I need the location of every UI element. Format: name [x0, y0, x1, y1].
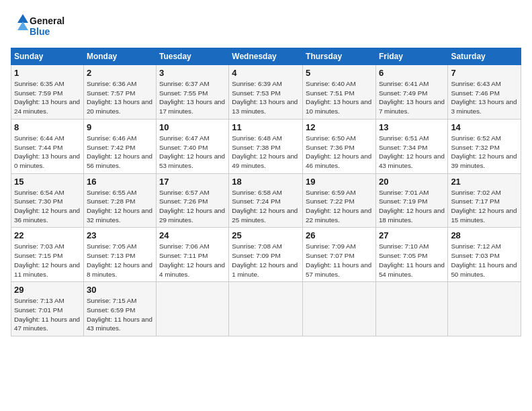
day-info: Sunrise: 7:02 AMSunset: 7:17 PMDaylight:… — [451, 188, 518, 225]
calendar-cell: 21 Sunrise: 7:02 AMSunset: 7:17 PMDaylig… — [448, 173, 521, 228]
day-info: Sunrise: 6:58 AMSunset: 7:24 PMDaylight:… — [232, 188, 300, 225]
header-monday: Monday — [83, 48, 156, 65]
calendar-cell — [156, 282, 228, 336]
calendar-cell: 7 Sunrise: 6:43 AMSunset: 7:46 PMDayligh… — [448, 65, 521, 120]
day-number: 30 — [87, 285, 153, 295]
day-info: Sunrise: 6:46 AMSunset: 7:42 PMDaylight:… — [87, 134, 153, 171]
day-info: Sunrise: 6:35 AMSunset: 7:59 PMDaylight:… — [14, 79, 81, 116]
day-number: 24 — [159, 230, 226, 240]
day-number: 7 — [451, 68, 518, 78]
svg-text:General: General — [30, 15, 64, 26]
calendar-cell: 26 Sunrise: 7:09 AMSunset: 7:07 PMDaylig… — [303, 228, 376, 282]
calendar-cell: 29 Sunrise: 7:13 AMSunset: 7:01 PMDaylig… — [11, 282, 84, 336]
day-info: Sunrise: 7:01 AMSunset: 7:19 PMDaylight:… — [379, 188, 445, 225]
calendar-week-row: 15 Sunrise: 6:54 AMSunset: 7:30 PMDaylig… — [11, 173, 521, 228]
day-number: 8 — [14, 122, 81, 132]
day-info: Sunrise: 6:36 AMSunset: 7:57 PMDaylight:… — [87, 79, 153, 116]
header-wednesday: Wednesday — [229, 48, 303, 65]
calendar-cell: 25 Sunrise: 7:08 AMSunset: 7:09 PMDaylig… — [229, 228, 303, 282]
calendar-week-row: 22 Sunrise: 7:03 AMSunset: 7:15 PMDaylig… — [11, 228, 521, 282]
calendar-cell: 24 Sunrise: 7:06 AMSunset: 7:11 PMDaylig… — [156, 228, 228, 282]
day-number: 19 — [306, 177, 373, 187]
day-info: Sunrise: 7:06 AMSunset: 7:11 PMDaylight:… — [159, 242, 226, 279]
day-info: Sunrise: 6:41 AMSunset: 7:49 PMDaylight:… — [379, 79, 445, 116]
day-number: 15 — [14, 177, 81, 187]
calendar-cell: 19 Sunrise: 6:59 AMSunset: 7:22 PMDaylig… — [303, 173, 376, 228]
day-number: 21 — [451, 177, 518, 187]
page-header: General Blue — [11, 11, 521, 41]
header-saturday: Saturday — [448, 48, 521, 65]
day-number: 23 — [87, 230, 153, 240]
calendar-cell: 17 Sunrise: 6:57 AMSunset: 7:26 PMDaylig… — [156, 173, 228, 228]
day-number: 3 — [159, 68, 226, 78]
calendar-cell — [375, 282, 447, 336]
calendar-cell: 14 Sunrise: 6:52 AMSunset: 7:32 PMDaylig… — [448, 119, 521, 173]
calendar-cell: 8 Sunrise: 6:44 AMSunset: 7:44 PMDayligh… — [11, 119, 84, 173]
day-number: 22 — [14, 230, 81, 240]
day-number: 14 — [451, 122, 518, 132]
day-number: 29 — [14, 285, 81, 295]
calendar-cell: 5 Sunrise: 6:40 AMSunset: 7:51 PMDayligh… — [303, 65, 376, 120]
day-number: 4 — [232, 68, 300, 78]
calendar-cell: 20 Sunrise: 7:01 AMSunset: 7:19 PMDaylig… — [375, 173, 447, 228]
day-info: Sunrise: 6:55 AMSunset: 7:28 PMDaylight:… — [87, 188, 153, 225]
day-number: 11 — [232, 122, 300, 132]
calendar-cell: 15 Sunrise: 6:54 AMSunset: 7:30 PMDaylig… — [11, 173, 84, 228]
day-info: Sunrise: 6:57 AMSunset: 7:26 PMDaylight:… — [159, 188, 226, 225]
day-info: Sunrise: 7:12 AMSunset: 7:03 PMDaylight:… — [451, 242, 518, 279]
calendar-cell: 1 Sunrise: 6:35 AMSunset: 7:59 PMDayligh… — [11, 65, 84, 120]
day-number: 28 — [451, 230, 518, 240]
calendar-cell: 12 Sunrise: 6:50 AMSunset: 7:36 PMDaylig… — [303, 119, 376, 173]
calendar-header-row: SundayMondayTuesdayWednesdayThursdayFrid… — [11, 48, 521, 65]
calendar-week-row: 1 Sunrise: 6:35 AMSunset: 7:59 PMDayligh… — [11, 65, 521, 120]
calendar-cell — [448, 282, 521, 336]
day-info: Sunrise: 7:05 AMSunset: 7:13 PMDaylight:… — [87, 242, 153, 279]
logo: General Blue — [11, 11, 78, 41]
calendar-cell: 3 Sunrise: 6:37 AMSunset: 7:55 PMDayligh… — [156, 65, 228, 120]
day-number: 25 — [232, 230, 300, 240]
calendar-table: SundayMondayTuesdayWednesdayThursdayFrid… — [11, 48, 521, 336]
day-info: Sunrise: 6:47 AMSunset: 7:40 PMDaylight:… — [159, 134, 226, 171]
header-thursday: Thursday — [303, 48, 376, 65]
calendar-cell: 11 Sunrise: 6:48 AMSunset: 7:38 PMDaylig… — [229, 119, 303, 173]
day-number: 26 — [306, 230, 373, 240]
calendar-cell: 16 Sunrise: 6:55 AMSunset: 7:28 PMDaylig… — [83, 173, 156, 228]
calendar-cell: 9 Sunrise: 6:46 AMSunset: 7:42 PMDayligh… — [83, 119, 156, 173]
calendar-cell: 6 Sunrise: 6:41 AMSunset: 7:49 PMDayligh… — [375, 65, 447, 120]
day-info: Sunrise: 6:37 AMSunset: 7:55 PMDaylight:… — [159, 79, 226, 116]
day-number: 2 — [87, 68, 153, 78]
day-info: Sunrise: 7:10 AMSunset: 7:05 PMDaylight:… — [379, 242, 445, 279]
day-info: Sunrise: 6:51 AMSunset: 7:34 PMDaylight:… — [379, 134, 445, 171]
calendar-week-row: 29 Sunrise: 7:13 AMSunset: 7:01 PMDaylig… — [11, 282, 521, 336]
calendar-cell: 4 Sunrise: 6:39 AMSunset: 7:53 PMDayligh… — [229, 65, 303, 120]
calendar-cell: 13 Sunrise: 6:51 AMSunset: 7:34 PMDaylig… — [375, 119, 447, 173]
calendar-cell — [303, 282, 376, 336]
calendar-cell: 10 Sunrise: 6:47 AMSunset: 7:40 PMDaylig… — [156, 119, 228, 173]
day-number: 5 — [306, 68, 373, 78]
day-number: 12 — [306, 122, 373, 132]
logo-svg: General Blue — [11, 11, 78, 41]
header-sunday: Sunday — [11, 48, 84, 65]
calendar-cell: 23 Sunrise: 7:05 AMSunset: 7:13 PMDaylig… — [83, 228, 156, 282]
day-number: 27 — [379, 230, 445, 240]
calendar-cell: 28 Sunrise: 7:12 AMSunset: 7:03 PMDaylig… — [448, 228, 521, 282]
day-info: Sunrise: 6:40 AMSunset: 7:51 PMDaylight:… — [306, 79, 373, 116]
day-info: Sunrise: 6:39 AMSunset: 7:53 PMDaylight:… — [232, 79, 300, 116]
calendar-cell: 2 Sunrise: 6:36 AMSunset: 7:57 PMDayligh… — [83, 65, 156, 120]
day-number: 20 — [379, 177, 445, 187]
day-number: 13 — [379, 122, 445, 132]
header-tuesday: Tuesday — [156, 48, 228, 65]
day-number: 18 — [232, 177, 300, 187]
day-number: 6 — [379, 68, 445, 78]
day-info: Sunrise: 7:15 AMSunset: 6:59 PMDaylight:… — [87, 296, 153, 333]
day-info: Sunrise: 6:52 AMSunset: 7:32 PMDaylight:… — [451, 134, 518, 171]
day-info: Sunrise: 7:08 AMSunset: 7:09 PMDaylight:… — [232, 242, 300, 279]
calendar-cell — [229, 282, 303, 336]
day-info: Sunrise: 6:48 AMSunset: 7:38 PMDaylight:… — [232, 134, 300, 171]
day-info: Sunrise: 7:13 AMSunset: 7:01 PMDaylight:… — [14, 296, 81, 333]
day-number: 1 — [14, 68, 81, 78]
day-info: Sunrise: 6:59 AMSunset: 7:22 PMDaylight:… — [306, 188, 373, 225]
calendar-cell: 30 Sunrise: 7:15 AMSunset: 6:59 PMDaylig… — [83, 282, 156, 336]
day-number: 17 — [159, 177, 226, 187]
day-info: Sunrise: 6:43 AMSunset: 7:46 PMDaylight:… — [451, 79, 518, 116]
